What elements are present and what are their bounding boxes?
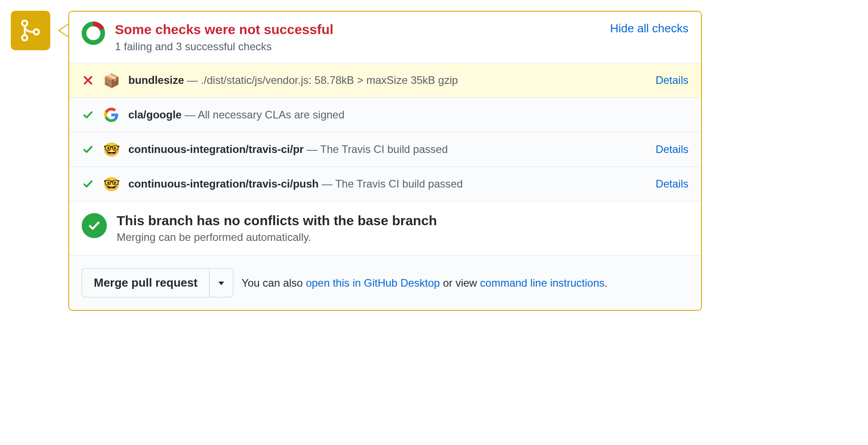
merge-status-panel: Some checks were not successful 1 failin… — [68, 11, 702, 311]
caret-down-icon — [218, 279, 225, 287]
svg-point-2 — [34, 29, 39, 35]
success-check-badge — [82, 213, 107, 238]
details-link[interactable]: Details — [656, 143, 688, 156]
git-merge-icon — [19, 19, 42, 42]
check-icon — [83, 179, 93, 189]
hide-all-checks-link[interactable]: Hide all checks — [610, 22, 688, 35]
check-row: 📦bundlesize — ./dist/static/js/vendor.js… — [69, 63, 701, 97]
svg-point-0 — [22, 21, 27, 26]
merge-alt-text: You can also open this in GitHub Desktop… — [241, 277, 608, 289]
check-icon — [88, 219, 101, 232]
svg-point-1 — [22, 35, 27, 40]
command-line-instructions-link[interactable]: command line instructions — [480, 277, 605, 289]
status-donut-icon — [82, 22, 105, 45]
footer-middle: or view — [440, 277, 480, 289]
check-app-icon: 🤓 — [103, 176, 119, 192]
conflict-subtitle: Merging can be performed automatically. — [117, 231, 437, 244]
x-icon — [83, 75, 93, 86]
details-link[interactable]: Details — [656, 178, 688, 190]
check-row: 🤓continuous-integration/travis-ci/push —… — [69, 166, 701, 201]
check-app-icon — [103, 107, 119, 123]
check-icon — [83, 144, 93, 155]
footer-prefix: You can also — [241, 277, 306, 289]
check-name: cla/google — [128, 109, 182, 121]
checks-status-title: Some checks were not successful — [115, 22, 600, 38]
merge-badge — [11, 11, 50, 50]
footer-suffix: . — [605, 277, 608, 289]
check-description: continuous-integration/travis-ci/pr — Th… — [128, 143, 647, 156]
check-name: continuous-integration/travis-ci/pr — [128, 143, 304, 155]
check-app-icon: 📦 — [103, 72, 119, 88]
conflict-title: This branch has no conflicts with the ba… — [117, 213, 437, 228]
check-name: bundlesize — [128, 74, 184, 86]
check-name: continuous-integration/travis-ci/push — [128, 178, 319, 190]
merge-options-dropdown[interactable] — [209, 268, 233, 297]
merge-pull-request-button[interactable]: Merge pull request — [82, 268, 209, 297]
details-link[interactable]: Details — [656, 74, 688, 87]
merge-conflict-section: This branch has no conflicts with the ba… — [69, 201, 701, 255]
checks-status-subtitle: 1 failing and 3 successful checks — [115, 40, 600, 53]
merge-footer: Merge pull request You can also open thi… — [69, 255, 701, 310]
check-icon — [83, 109, 93, 120]
check-description: cla/google — All necessary CLAs are sign… — [128, 109, 688, 121]
check-row: 🤓continuous-integration/travis-ci/pr — T… — [69, 132, 701, 166]
check-description: bundlesize — ./dist/static/js/vendor.js:… — [128, 74, 647, 87]
check-row: cla/google — All necessary CLAs are sign… — [69, 97, 701, 132]
open-github-desktop-link[interactable]: open this in GitHub Desktop — [306, 277, 440, 289]
panel-pointer — [50, 11, 68, 50]
check-app-icon: 🤓 — [103, 141, 119, 157]
check-description: continuous-integration/travis-ci/push — … — [128, 178, 647, 190]
